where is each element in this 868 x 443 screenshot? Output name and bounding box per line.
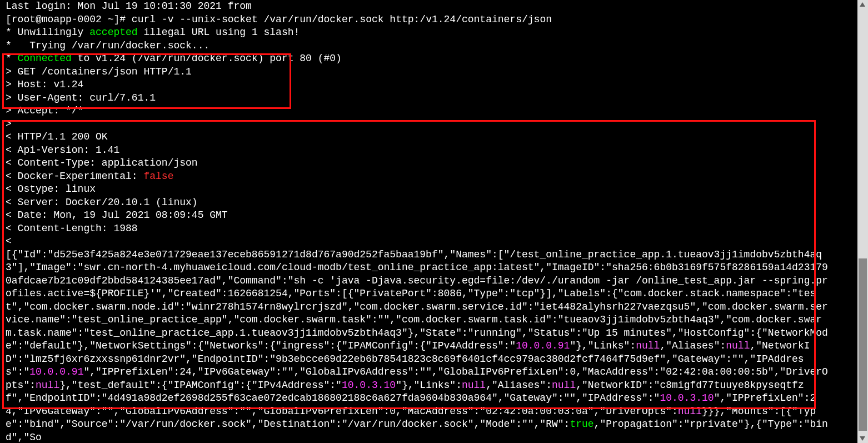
false-value: false bbox=[143, 171, 173, 182]
curl-msg-1-pre: * Unwillingly bbox=[6, 27, 89, 38]
ip-value-1: 10.0.0.91 bbox=[516, 340, 570, 351]
json-seg-6: },"test_default":{"IPAMConfig":{"IPv4Add… bbox=[59, 380, 342, 391]
null-6: null bbox=[678, 406, 702, 417]
resp-date: < Date: Mon, 19 Jul 2021 08:09:45 GMT bbox=[6, 210, 228, 221]
prompt: [root@moapp-0002 ~]# bbox=[6, 14, 126, 25]
command-text: curl -v --unix-socket /var/run/docker.so… bbox=[132, 14, 552, 25]
json-seg-8: ,"Aliases": bbox=[486, 380, 552, 391]
login-line: Last login: Mon Jul 19 10:01:30 2021 fro… bbox=[6, 1, 252, 12]
null-5: null bbox=[552, 380, 576, 391]
curl-msg-1-post: illegal URL using 1 slash! bbox=[138, 27, 300, 38]
null-2: null bbox=[726, 340, 750, 351]
resp-content-type: < Content-Type: application/json bbox=[6, 157, 198, 168]
req-line-get: > GET /containers/json HTTP/1.1 bbox=[6, 66, 192, 77]
req-line-accept: > Accept: */* bbox=[6, 105, 83, 116]
ip-value-3: 10.0.3.10 bbox=[342, 380, 396, 391]
null-3: null bbox=[36, 380, 59, 391]
resp-status: < HTTP/1.1 200 OK bbox=[6, 131, 108, 142]
ip-value-4: 10.0.3.10 bbox=[660, 392, 714, 404]
resp-api-version: < Api-Version: 1.41 bbox=[6, 145, 119, 156]
true-value: true bbox=[570, 419, 593, 430]
json-seg-3: ,"Aliases": bbox=[660, 340, 726, 351]
terminal-window[interactable]: Last login: Mon Jul 19 10:01:30 2021 fro… bbox=[0, 0, 834, 443]
json-seg-2: "},"Links": bbox=[570, 340, 636, 351]
req-line-ua: > User-Agent: curl/7.61.1 bbox=[6, 92, 156, 103]
connected-word: Connected bbox=[18, 53, 72, 64]
resp-end: < bbox=[6, 236, 12, 247]
resp-ostype: < Ostype: linux bbox=[6, 183, 96, 195]
null-4: null bbox=[462, 380, 486, 391]
star: * bbox=[6, 53, 18, 64]
resp-experimental-pre: < Docker-Experimental: bbox=[6, 171, 143, 182]
vertical-scrollbar[interactable] bbox=[857, 0, 868, 443]
curl-trying: * Trying /var/run/docker.sock... bbox=[6, 40, 209, 51]
resp-content-length: < Content-Length: 1988 bbox=[6, 223, 138, 234]
scrollbar-thumb[interactable] bbox=[859, 258, 867, 431]
ip-value-2: 10.0.0.91 bbox=[29, 366, 83, 377]
null-1: null bbox=[636, 340, 660, 351]
req-line-host: > Host: v1.24 bbox=[6, 79, 83, 90]
req-line-end: > bbox=[6, 118, 12, 130]
json-seg-1: [{"Id":"d525e3f425a824e3e071729eae137ece… bbox=[6, 249, 828, 352]
json-seg-7: "},"Links": bbox=[396, 380, 462, 391]
connected-post: to v1.24 (/var/run/docker.sock) port 80 … bbox=[72, 53, 342, 64]
resp-server: < Server: Docker/20.10.1 (linux) bbox=[6, 197, 198, 208]
accepted-word: accepted bbox=[89, 27, 137, 38]
terminal-output: Last login: Mon Jul 19 10:01:30 2021 fro… bbox=[6, 0, 828, 443]
